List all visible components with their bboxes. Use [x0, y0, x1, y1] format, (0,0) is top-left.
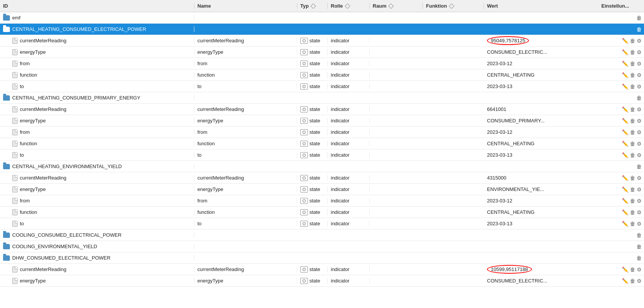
edit-icon[interactable]: ✏️: [621, 266, 629, 273]
delete-icon[interactable]: 🗑: [629, 277, 636, 285]
edit-icon[interactable]: ✏️: [621, 186, 629, 193]
delete-icon[interactable]: 🗑: [629, 128, 636, 136]
table-row[interactable]: function function O state indicator CENT…: [0, 207, 644, 218]
delete-icon[interactable]: 🗑: [629, 174, 636, 182]
funktion-filter-icon[interactable]: [449, 3, 454, 8]
delete-icon[interactable]: 🗑: [636, 26, 642, 33]
delete-icon[interactable]: 🗑: [636, 163, 642, 170]
table-row[interactable]: from from O state indicator 2023-03-12: [0, 58, 644, 69]
settings-icon[interactable]: ⚙: [636, 37, 642, 45]
edit-icon[interactable]: ✏️: [621, 151, 629, 159]
typ-label: state: [309, 141, 320, 146]
delete-icon[interactable]: 🗑: [636, 14, 642, 22]
edit-icon[interactable]: ✏️: [621, 174, 629, 182]
typ-label: state: [309, 152, 320, 158]
table-row[interactable]: function function O state indicator CENT…: [0, 138, 644, 149]
item-id: from: [20, 198, 30, 204]
delete-icon[interactable]: 🗑: [629, 197, 636, 205]
settings-icon[interactable]: ⚙: [636, 106, 642, 113]
edit-icon[interactable]: ✏️: [621, 71, 629, 79]
item-id: function: [20, 209, 37, 215]
delete-icon[interactable]: 🗑: [629, 60, 636, 67]
delete-icon[interactable]: 🗑: [629, 186, 636, 193]
settings-icon[interactable]: ⚙: [636, 197, 642, 205]
table-row[interactable]: function function O state indicator CENT…: [0, 69, 644, 81]
table-row[interactable]: to to O state indicator 2023-03-13 ✏: [0, 81, 644, 92]
item-name: energyType: [197, 49, 223, 55]
table-row[interactable]: currentMeterReading currentMeterReading …: [0, 172, 644, 184]
delete-icon[interactable]: 🗑: [636, 231, 642, 239]
delete-icon[interactable]: 🗑: [629, 71, 636, 79]
edit-icon[interactable]: ✏️: [621, 140, 629, 148]
edit-icon[interactable]: ✏️: [621, 60, 629, 67]
edit-icon[interactable]: ✏️: [621, 106, 629, 113]
settings-icon[interactable]: ⚙: [636, 209, 642, 216]
header-funktion[interactable]: Funktion: [423, 3, 484, 9]
settings-icon[interactable]: ⚙: [636, 48, 642, 56]
settings-icon[interactable]: ⚙: [636, 186, 642, 193]
row-actions-cell: 🗑: [610, 231, 644, 239]
edit-icon[interactable]: ✏️: [621, 37, 629, 45]
table-row[interactable]: currentMeterReading currentMeterReading …: [0, 35, 644, 47]
delete-icon[interactable]: 🗑: [629, 151, 636, 159]
table-row[interactable]: DHW_CONSUMED_ELECTRICAL_POWER 🗑: [0, 252, 644, 264]
typ-filter-icon[interactable]: [311, 3, 316, 8]
settings-icon[interactable]: ⚙: [636, 151, 642, 159]
table-row[interactable]: currentMeterReading currentMeterReading …: [0, 264, 644, 275]
table-row[interactable]: COOLING_CONSUMED_ELECTRICAL_POWER 🗑: [0, 229, 644, 241]
table-row[interactable]: currentMeterReading currentMeterReading …: [0, 104, 644, 115]
delete-icon[interactable]: 🗑: [629, 220, 636, 228]
header-raum[interactable]: Raum: [370, 3, 423, 9]
table-row[interactable]: energyType energyType O state indicator …: [0, 275, 644, 287]
header-rolle[interactable]: Rolle: [328, 3, 370, 9]
settings-icon[interactable]: ⚙: [636, 83, 642, 90]
table-row[interactable]: energyType energyType O state indicator …: [0, 47, 644, 58]
table-row[interactable]: emf 🗑: [0, 12, 644, 24]
table-row[interactable]: COOLING_ENVIRONMENTAL_YIELD 🗑: [0, 241, 644, 252]
edit-icon[interactable]: ✏️: [621, 209, 629, 216]
row-rolle-cell: indicator: [328, 152, 370, 158]
row-name-cell: energyType: [194, 118, 297, 124]
delete-icon[interactable]: 🗑: [636, 94, 642, 102]
delete-icon[interactable]: 🗑: [629, 106, 636, 113]
settings-icon[interactable]: ⚙: [636, 71, 642, 79]
settings-icon[interactable]: ⚙: [636, 220, 642, 228]
settings-icon[interactable]: ⚙: [636, 60, 642, 67]
rolle-filter-icon[interactable]: [345, 3, 350, 8]
delete-icon[interactable]: 🗑: [629, 37, 636, 45]
edit-icon[interactable]: ✏️: [621, 117, 629, 125]
item-name: from: [197, 198, 207, 204]
table-row[interactable]: to to O state indicator 2023-03-13 ✏: [0, 218, 644, 229]
edit-icon[interactable]: ✏️: [621, 128, 629, 136]
row-id-cell: energyType: [0, 49, 194, 55]
delete-icon[interactable]: 🗑: [636, 254, 642, 262]
header-typ[interactable]: Typ: [297, 3, 328, 9]
delete-icon[interactable]: 🗑: [629, 117, 636, 125]
settings-icon[interactable]: ⚙: [636, 174, 642, 182]
delete-icon[interactable]: 🗑: [629, 48, 636, 56]
settings-icon[interactable]: ⚙: [636, 266, 642, 273]
table-row[interactable]: from from O state indicator 2023-03-12: [0, 127, 644, 138]
edit-icon[interactable]: ✏️: [621, 220, 629, 228]
delete-icon[interactable]: 🗑: [629, 209, 636, 216]
table-row[interactable]: from from O state indicator 2023-03-12: [0, 195, 644, 207]
table-row[interactable]: energyType energyType O state indicator …: [0, 115, 644, 127]
delete-icon[interactable]: 🗑: [629, 140, 636, 148]
settings-icon[interactable]: ⚙: [636, 277, 642, 285]
delete-icon[interactable]: 🗑: [629, 266, 636, 273]
table-row[interactable]: CENTRAL_HEATING_ENVIRONMENTAL_YIELD 🗑: [0, 161, 644, 172]
table-row[interactable]: to to O state indicator 2023-03-13 ✏: [0, 149, 644, 161]
edit-icon[interactable]: ✏️: [621, 197, 629, 205]
raum-filter-icon[interactable]: [388, 3, 394, 8]
edit-icon[interactable]: ✏️: [621, 48, 629, 56]
delete-icon[interactable]: 🗑: [629, 83, 636, 90]
table-row[interactable]: CENTRAL_HEATING_CONSUMED_PRIMARY_ENERGY …: [0, 92, 644, 104]
table-row[interactable]: energyType energyType O state indicator …: [0, 184, 644, 195]
settings-icon[interactable]: ⚙: [636, 140, 642, 148]
settings-icon[interactable]: ⚙: [636, 128, 642, 136]
settings-icon[interactable]: ⚙: [636, 117, 642, 125]
edit-icon[interactable]: ✏️: [621, 277, 629, 285]
delete-icon[interactable]: 🗑: [636, 243, 642, 250]
edit-icon[interactable]: ✏️: [621, 83, 629, 90]
table-row[interactable]: CENTRAL_HEATING_CONSUMED_ELECTRICAL_POWE…: [0, 24, 644, 35]
